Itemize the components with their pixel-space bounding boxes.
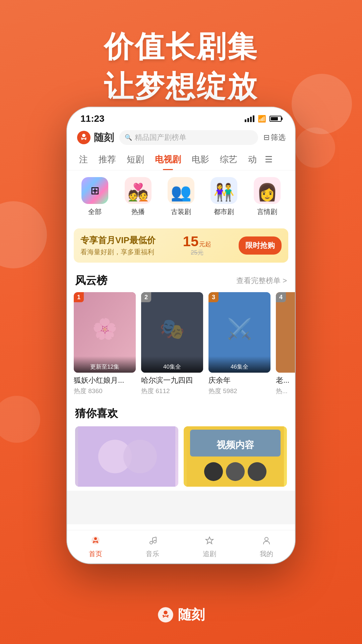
svg-text:🌸: 🌸 — [92, 317, 117, 341]
rec-art-2: 视频内容 — [184, 426, 287, 487]
wifi-icon: 📶 — [258, 115, 266, 123]
rec-poster-1 — [75, 426, 178, 487]
search-icon: 🔍 — [125, 134, 132, 141]
nav-tab-anime[interactable]: 动 — [243, 149, 262, 170]
drama-card-3[interactable]: ⚔️ 3 46集全 庆余年 热度 5982 — [208, 292, 270, 395]
svg-point-23 — [93, 541, 95, 542]
filter-button[interactable]: ⊟ 筛选 — [263, 132, 286, 143]
nav-tab-movie[interactable]: 电影 — [186, 149, 215, 170]
genre-section: ⊞ 全部 💑 热播 👥 古装剧 — [67, 170, 295, 223]
nav-follow[interactable]: 追剧 — [181, 535, 238, 558]
genre-urban-icon: 👫 — [210, 177, 237, 204]
nav-tab-recommend[interactable]: 推荐 — [93, 149, 121, 170]
svg-point-18 — [204, 462, 223, 481]
nav-tab-variety[interactable]: 综艺 — [215, 149, 243, 170]
vip-info: 专享首月VIP最低价 看海量好剧，享多重福利 — [80, 234, 156, 257]
drama-heat-2: 热度 6112 — [141, 387, 203, 395]
drama-update-2: 40集全 — [141, 356, 203, 373]
svg-point-25 — [150, 541, 153, 544]
nav-home-label: 首页 — [89, 549, 102, 558]
drama-title-4: 老... — [276, 375, 295, 385]
nav-me-label: 我的 — [260, 549, 273, 558]
drama-heat-1: 热度 8360 — [74, 387, 136, 395]
filter-label: 筛选 — [271, 132, 286, 143]
svg-point-20 — [248, 462, 266, 481]
nav-more-icon[interactable]: ☰ — [262, 150, 275, 169]
hero-line1: 价值长剧集 — [0, 27, 362, 67]
vip-subtitle: 看海量好剧，享多重福利 — [80, 248, 156, 257]
svg-text:🎭: 🎭 — [160, 317, 185, 341]
phone-mockup: 11:23 📶 — [67, 107, 295, 564]
svg-marker-30 — [206, 537, 213, 544]
drama-card-4[interactable]: 4 老... 热... — [276, 292, 295, 395]
genre-hot-label: 热播 — [131, 207, 145, 216]
nav-tab-short[interactable]: 短剧 — [121, 149, 149, 170]
vip-price: 15 — [183, 234, 199, 249]
status-bar: 11:23 📶 — [67, 107, 295, 127]
drama-title-1: 狐妖小红娘月... — [74, 375, 136, 385]
svg-point-33 — [164, 610, 167, 614]
rec-card-2[interactable]: 视频内容 — [184, 426, 287, 487]
svg-point-31 — [265, 537, 268, 541]
svg-point-32 — [158, 607, 173, 622]
svg-point-22 — [94, 537, 97, 540]
genre-urban-label: 都市剧 — [214, 207, 234, 216]
signal-icon — [245, 115, 254, 122]
vip-original-price: 25元 — [191, 249, 203, 257]
bg-decoration-2 — [295, 127, 335, 168]
svg-point-1 — [82, 134, 85, 137]
rank-badge-2: 2 — [141, 292, 151, 302]
vip-price-area: 15 元起 25元 — [183, 234, 212, 257]
app-logo: 随刻 — [76, 130, 114, 145]
drama-update-3: 46集全 — [208, 356, 270, 373]
genre-romance-icon: 👩 — [254, 177, 281, 204]
nav-tab-attention[interactable]: 注 — [74, 149, 93, 170]
svg-point-26 — [154, 540, 156, 543]
rec-card-1[interactable] — [75, 426, 178, 487]
nav-home[interactable]: 首页 — [67, 535, 124, 558]
hero-section: 价值长剧集 让梦想绽放 — [0, 27, 362, 107]
genre-hot[interactable]: 💑 热播 — [118, 177, 158, 216]
vip-unit: 元起 — [199, 240, 211, 248]
drama-poster-3: ⚔️ 3 46集全 — [208, 292, 270, 373]
follow-icon — [204, 535, 215, 548]
vip-banner[interactable]: 专享首月VIP最低价 看海量好剧，享多重福利 15 元起 25元 限时抢购 — [74, 228, 288, 263]
chart-more-link[interactable]: 查看完整榜单 > — [236, 276, 287, 286]
nav-follow-label: 追剧 — [203, 549, 216, 558]
genre-ancient[interactable]: 👥 古装剧 — [161, 177, 201, 216]
svg-text:视频内容: 视频内容 — [216, 439, 254, 450]
rank-badge-4: 4 — [276, 292, 286, 302]
svg-point-0 — [77, 131, 90, 144]
rank-badge-3: 3 — [208, 292, 219, 302]
hero-line2: 让梦想绽放 — [0, 67, 362, 107]
logo-svg — [76, 130, 91, 145]
svg-rect-11 — [276, 292, 295, 373]
rec-poster-2: 视频内容 — [184, 426, 287, 487]
nav-tab-tv[interactable]: 电视剧 — [149, 149, 186, 170]
drama-list: 🌸 1 更新至12集 狐妖小红娘月... 热度 8360 — [67, 292, 295, 401]
genre-ancient-label: 古装剧 — [171, 207, 191, 216]
chart-section-header: 风云榜 查看完整榜单 > — [67, 268, 295, 292]
music-icon — [147, 535, 158, 548]
nav-music[interactable]: 音乐 — [124, 535, 181, 558]
drama-card-2[interactable]: 🎭 2 40集全 哈尔滨一九四四 热度 6112 — [141, 292, 203, 395]
drama-poster-1: 🌸 1 更新至12集 — [74, 292, 136, 373]
genre-all-label: 全部 — [88, 207, 102, 216]
drama-card-1[interactable]: 🌸 1 更新至12集 狐妖小红娘月... 热度 8360 — [74, 292, 136, 395]
genre-urban[interactable]: 👫 都市剧 — [204, 177, 244, 216]
search-bar[interactable]: 🔍 精品国产剧榜单 — [119, 130, 258, 145]
poster-art-4 — [276, 292, 295, 373]
bottom-spacer — [67, 491, 295, 524]
genre-romance[interactable]: 👩 言情剧 — [247, 177, 287, 216]
genre-all[interactable]: ⊞ 全部 — [75, 177, 115, 216]
drama-heat-3: 热度 5982 — [208, 387, 270, 395]
svg-point-24 — [97, 541, 98, 542]
filter-icon: ⊟ — [263, 133, 269, 142]
genre-all-icon: ⊞ — [81, 177, 108, 204]
drama-poster-4: 4 — [276, 292, 295, 373]
genre-ancient-icon: 👥 — [168, 177, 194, 204]
nav-me[interactable]: 我的 — [238, 535, 295, 558]
nav-tabs: 注 推荐 短剧 电视剧 电影 综艺 动 ☰ — [67, 149, 295, 170]
vip-buy-button[interactable]: 限时抢购 — [239, 236, 282, 255]
logo-text: 随刻 — [94, 131, 114, 145]
